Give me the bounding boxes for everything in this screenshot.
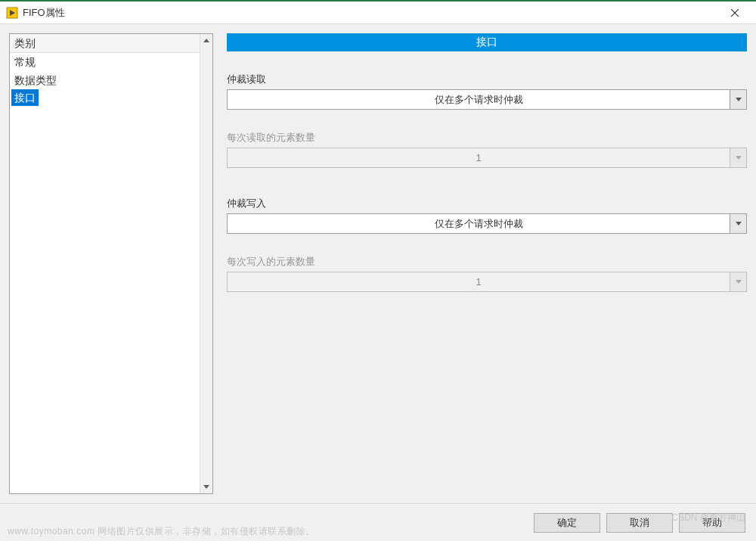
combobox-arb-read[interactable]: 仅在多个请求时仲裁: [227, 89, 747, 110]
category-list: 类别 常规 数据类型 接口: [10, 34, 212, 493]
scroll-down-icon[interactable]: [200, 480, 213, 493]
chevron-down-icon: [730, 148, 746, 167]
sidebar-header: 类别: [10, 34, 200, 53]
svg-marker-8: [736, 222, 742, 225]
chevron-down-icon: [730, 272, 746, 291]
field-label: 每次读取的元素数量: [227, 131, 747, 145]
chevron-down-icon[interactable]: [730, 90, 746, 109]
close-button[interactable]: [720, 2, 750, 23]
titlebar: FIFO属性: [0, 2, 756, 24]
svg-marker-9: [736, 280, 742, 284]
field-arb-write: 仲裁写入 仅在多个请求时仲裁: [227, 197, 747, 234]
chevron-down-icon[interactable]: [730, 214, 746, 233]
content-area: 类别 常规 数据类型 接口 接口 仲裁读取 仅在多个请求时仲裁: [0, 24, 756, 503]
field-read-count: 每次读取的元素数量 1: [227, 131, 747, 168]
window-title: FIFO属性: [23, 6, 720, 20]
watermark-left: www.toymoban.com 网络图片仅供展示，非存储，如有侵权请联系删除。: [8, 525, 315, 538]
svg-marker-6: [736, 98, 742, 101]
field-label: 仲裁读取: [227, 73, 747, 86]
sidebar-item-general[interactable]: 常规: [10, 53, 200, 71]
watermark-right: CSDN @東方神山: [671, 511, 745, 524]
ok-button[interactable]: 确定: [534, 513, 600, 533]
section-header: 接口: [227, 33, 747, 51]
sidebar-item-label: 常规: [14, 56, 36, 68]
app-icon: [6, 7, 18, 19]
scroll-up-icon[interactable]: [200, 34, 213, 47]
category-sidebar: 类别 常规 数据类型 接口: [9, 33, 213, 494]
combobox-value: 仅在多个请求时仲裁: [228, 214, 730, 233]
field-label: 每次写入的元素数量: [227, 255, 747, 269]
sidebar-item-interface[interactable]: 接口: [11, 89, 39, 106]
combobox-arb-write[interactable]: 仅在多个请求时仲裁: [227, 213, 747, 234]
sidebar-item-label: 接口: [14, 92, 36, 104]
combobox-value: 1: [228, 148, 730, 167]
sidebar-item-datatype[interactable]: 数据类型: [10, 71, 200, 89]
combobox-read-count: 1: [227, 148, 747, 168]
main-panel: 接口 仲裁读取 仅在多个请求时仲裁 每次读取的元素数量 1: [227, 33, 747, 494]
svg-marker-4: [203, 39, 209, 42]
combobox-value: 仅在多个请求时仲裁: [228, 90, 730, 109]
combobox-write-count: 1: [227, 272, 747, 292]
sidebar-item-label: 数据类型: [14, 74, 57, 86]
dialog-window: FIFO属性 类别 常规 数据类型 接口: [0, 0, 756, 541]
cancel-button[interactable]: 取消: [606, 513, 673, 533]
combobox-value: 1: [228, 272, 730, 291]
svg-marker-5: [203, 485, 209, 489]
field-write-count: 每次写入的元素数量 1: [227, 255, 747, 292]
field-label: 仲裁写入: [227, 197, 747, 210]
sidebar-scrollbar[interactable]: [200, 34, 212, 493]
close-icon: [731, 9, 739, 17]
field-arb-read: 仲裁读取 仅在多个请求时仲裁: [227, 73, 747, 110]
svg-marker-7: [736, 156, 742, 160]
